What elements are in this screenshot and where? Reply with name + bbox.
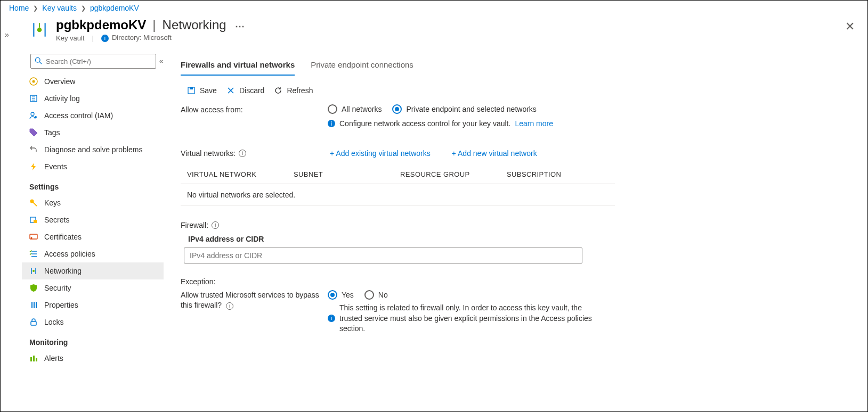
keys-icon [29,199,38,207]
th-subscription: SUBSCRIPTION [500,165,615,184]
sidebar-item-alerts[interactable]: Alerts [22,350,164,367]
vnet-empty: No virtual networks are selected. [181,184,615,206]
discard-icon [226,86,235,95]
more-menu-icon[interactable]: ⋯ [235,20,245,32]
blade-header: pgbkpdemoKV | Networking ⋯ Key vault | i… [1,14,867,42]
sidebar-item-label: Tags [44,128,60,137]
svg-rect-27 [33,356,35,361]
radio-label: Yes [342,291,354,299]
radio-exception-yes[interactable]: Yes [328,290,354,300]
svg-point-21 [33,270,35,272]
info-outline-icon[interactable]: i [239,150,246,157]
sidebar-item-events[interactable]: Events [22,158,164,175]
radio-icon [328,104,337,114]
diagnose-icon [29,145,38,154]
svg-line-13 [33,202,37,206]
sidebar-item-label: Diagnose and solve problems [44,145,142,154]
sidebar-item-access-policies[interactable]: Access policies [22,245,164,262]
search-input[interactable] [30,54,156,69]
toolbar: Save Discard Refresh [181,83,851,104]
sidebar-item-secrets[interactable]: Secrets [22,211,164,228]
page-title-section: Networking [163,18,226,32]
svg-rect-15 [34,220,37,223]
breadcrumb-home[interactable]: Home [9,4,29,12]
info-icon: i [328,315,335,322]
sidebar-item-label: Networking [44,267,82,275]
th-subnet: SUBNET [287,165,394,184]
breadcrumb-keyvaults[interactable]: Key vaults [42,4,77,12]
svg-rect-24 [36,302,37,308]
refresh-icon [274,86,282,95]
chevron-right-icon: ❯ [33,5,38,12]
add-existing-vnet-link[interactable]: + Add existing virtual networks [330,149,431,158]
svg-rect-30 [190,87,193,89]
sidebar-item-label: Secrets [44,216,69,224]
sidebar-item-properties[interactable]: Properties [22,296,164,314]
radio-all-networks[interactable]: All networks [328,104,382,114]
sidebar-item-security[interactable]: Security [22,279,164,296]
locks-icon [29,318,38,326]
sidebar-nav[interactable]: Overview Activity log Access control (IA… [22,73,164,411]
allow-access-label: Allow access from: [181,104,328,114]
save-button[interactable]: Save [187,86,217,95]
sidebar-item-label: Access control (IAM) [44,111,113,120]
add-new-vnet-link[interactable]: + Add new virtual network [452,149,537,158]
svg-rect-22 [31,302,33,308]
overview-icon [29,77,38,86]
th-vnet: VIRTUAL NETWORK [181,165,287,184]
discard-label: Discard [239,86,264,95]
sidebar: « Overview Activity log Access control (… [1,52,164,411]
secrets-icon [29,216,38,224]
table-row: No virtual networks are selected. [181,184,615,206]
sidebar-item-activity-log[interactable]: Activity log [22,90,164,107]
radio-label: Private endpoint and selected networks [406,105,536,113]
svg-point-10 [31,112,34,116]
ipv4-input[interactable] [184,248,582,263]
keyvault-icon [30,21,48,39]
sidebar-item-certificates[interactable]: Certificates [22,228,164,245]
sidebar-item-iam[interactable]: Access control (IAM) [22,107,164,124]
directory-label: Directory: Microsoft [112,34,172,42]
main-content: Firewalls and virtual networks Private e… [164,52,867,411]
sidebar-item-keys[interactable]: Keys [22,194,164,211]
tab-firewalls[interactable]: Firewalls and virtual networks [181,57,295,76]
sidebar-item-label: Alerts [44,354,63,362]
svg-point-17 [31,237,33,239]
sidebar-item-label: Properties [44,301,78,309]
save-label: Save [200,86,217,95]
info-outline-icon[interactable]: i [212,221,219,229]
tags-icon [29,128,38,137]
access-note: Configure network access control for you… [339,119,510,128]
svg-rect-26 [30,357,32,361]
exception-question: Allow trusted Microsoft services to bypa… [181,291,319,309]
sidebar-section-settings: Settings [22,175,164,194]
radio-label: No [378,291,388,299]
vnets-label: Virtual networks: [181,149,236,158]
sidebar-item-tags[interactable]: Tags [22,124,164,141]
tab-private-endpoints[interactable]: Private endpoint connections [311,57,413,76]
firewall-label: Firewall: [181,221,208,229]
sidebar-item-networking[interactable]: Networking [22,262,164,279]
radio-exception-no[interactable]: No [364,290,388,300]
sidebar-item-overview[interactable]: Overview [22,73,164,90]
ipv4-heading: IPv4 address or CIDR [188,235,851,243]
discard-button[interactable]: Discard [226,86,264,95]
breadcrumb-resource[interactable]: pgbkpdemoKV [90,4,139,12]
collapse-sidebar-icon[interactable]: « [159,57,163,65]
sidebar-item-label: Locks [44,318,64,326]
sidebar-item-label: Keys [44,199,61,207]
sidebar-item-diagnose[interactable]: Diagnose and solve problems [22,141,164,158]
breadcrumb: Home ❯ Key vaults ❯ pgbkpdemoKV [1,1,867,14]
radio-selected-networks[interactable]: Private endpoint and selected networks [392,104,536,114]
properties-icon [29,301,38,309]
tabs: Firewalls and virtual networks Private e… [181,57,851,76]
resource-type-label: Key vault [56,34,84,42]
close-icon[interactable]: ✕ [845,20,855,34]
learn-more-link[interactable]: Learn more [515,119,553,128]
svg-rect-25 [31,322,36,325]
svg-point-11 [35,116,37,118]
info-outline-icon[interactable]: i [226,302,233,310]
sidebar-item-locks[interactable]: Locks [22,314,164,331]
sidebar-item-label: Overview [44,77,75,86]
refresh-button[interactable]: Refresh [274,86,313,95]
